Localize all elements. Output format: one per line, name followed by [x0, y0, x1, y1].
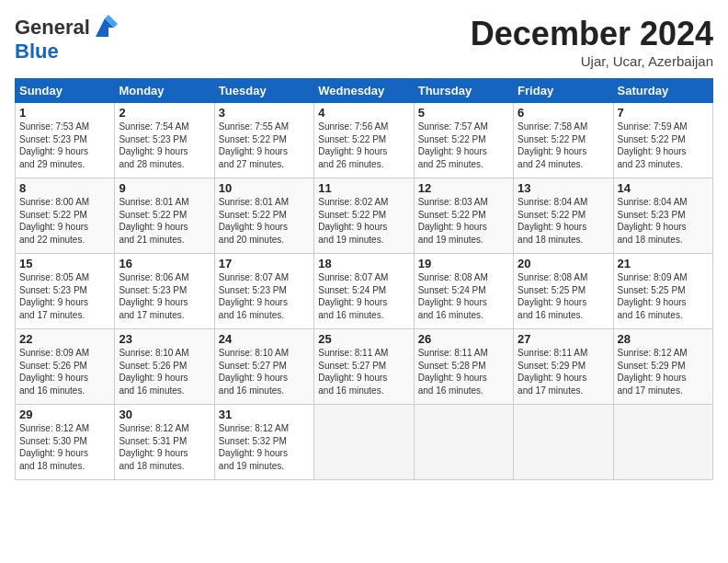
day-number: 27 — [518, 332, 609, 346]
calendar-cell: 29Sunrise: 8:12 AM Sunset: 5:30 PM Dayli… — [16, 405, 115, 480]
calendar-cell: 7Sunrise: 7:59 AM Sunset: 5:22 PM Daylig… — [613, 103, 712, 178]
day-info: Sunrise: 8:09 AM Sunset: 5:25 PM Dayligh… — [618, 271, 709, 321]
calendar-cell: 12Sunrise: 8:03 AM Sunset: 5:22 PM Dayli… — [414, 178, 513, 254]
calendar-cell: 11Sunrise: 8:02 AM Sunset: 5:22 PM Dayli… — [314, 178, 414, 254]
day-number: 22 — [19, 332, 110, 346]
logo-text-blue: Blue — [15, 40, 59, 63]
calendar-week-row: 1Sunrise: 7:53 AM Sunset: 5:23 PM Daylig… — [16, 103, 713, 178]
calendar-cell: 19Sunrise: 8:08 AM Sunset: 5:24 PM Dayli… — [414, 254, 513, 329]
calendar-cell: 4Sunrise: 7:56 AM Sunset: 5:22 PM Daylig… — [314, 103, 414, 178]
calendar-table: Sunday Monday Tuesday Wednesday Thursday… — [15, 78, 713, 480]
calendar-cell: 31Sunrise: 8:12 AM Sunset: 5:32 PM Dayli… — [214, 405, 313, 480]
calendar-cell: 24Sunrise: 8:10 AM Sunset: 5:27 PM Dayli… — [214, 329, 313, 405]
calendar-cell — [613, 405, 712, 480]
day-info: Sunrise: 7:59 AM Sunset: 5:22 PM Dayligh… — [618, 121, 709, 170]
day-number: 23 — [119, 332, 210, 346]
day-info: Sunrise: 8:04 AM Sunset: 5:22 PM Dayligh… — [518, 196, 609, 246]
calendar-cell: 25Sunrise: 8:11 AM Sunset: 5:27 PM Dayli… — [314, 329, 414, 405]
title-block: December 2024 Ujar, Ucar, Azerbaijan — [471, 15, 713, 69]
day-info: Sunrise: 8:02 AM Sunset: 5:22 PM Dayligh… — [318, 196, 409, 246]
page-container: General Blue December 2024 Ujar, Ucar, A… — [0, 0, 728, 488]
day-info: Sunrise: 8:11 AM Sunset: 5:28 PM Dayligh… — [418, 347, 509, 396]
day-number: 15 — [19, 257, 110, 270]
calendar-cell: 13Sunrise: 8:04 AM Sunset: 5:22 PM Dayli… — [514, 178, 613, 254]
location: Ujar, Ucar, Azerbaijan — [471, 53, 713, 69]
day-number: 24 — [219, 332, 310, 346]
day-number: 31 — [219, 408, 310, 421]
page-header: General Blue December 2024 Ujar, Ucar, A… — [15, 15, 713, 69]
day-info: Sunrise: 8:11 AM Sunset: 5:29 PM Dayligh… — [518, 347, 609, 396]
calendar-cell: 1Sunrise: 7:53 AM Sunset: 5:23 PM Daylig… — [16, 103, 115, 178]
day-number: 18 — [318, 257, 409, 270]
day-info: Sunrise: 7:53 AM Sunset: 5:23 PM Dayligh… — [19, 121, 110, 170]
day-info: Sunrise: 8:12 AM Sunset: 5:29 PM Dayligh… — [618, 347, 709, 396]
calendar-cell: 27Sunrise: 8:11 AM Sunset: 5:29 PM Dayli… — [514, 329, 613, 405]
day-number: 1 — [19, 106, 110, 120]
day-number: 29 — [19, 408, 110, 421]
day-number: 25 — [318, 332, 409, 346]
header-sunday: Sunday — [16, 79, 115, 103]
calendar-cell: 20Sunrise: 8:08 AM Sunset: 5:25 PM Dayli… — [514, 254, 613, 329]
calendar-cell: 17Sunrise: 8:07 AM Sunset: 5:23 PM Dayli… — [214, 254, 313, 329]
calendar-cell — [314, 405, 414, 480]
day-number: 19 — [418, 257, 509, 270]
calendar-cell: 26Sunrise: 8:11 AM Sunset: 5:28 PM Dayli… — [414, 329, 513, 405]
day-info: Sunrise: 8:12 AM Sunset: 5:30 PM Dayligh… — [19, 422, 110, 472]
day-number: 8 — [19, 181, 110, 195]
logo-text-general: General — [15, 17, 90, 39]
header-friday: Friday — [514, 79, 613, 103]
day-info: Sunrise: 8:04 AM Sunset: 5:23 PM Dayligh… — [618, 196, 709, 246]
day-number: 14 — [618, 181, 709, 195]
day-info: Sunrise: 8:08 AM Sunset: 5:25 PM Dayligh… — [518, 271, 609, 321]
weekday-header-row: Sunday Monday Tuesday Wednesday Thursday… — [16, 79, 713, 103]
day-info: Sunrise: 8:11 AM Sunset: 5:27 PM Dayligh… — [318, 347, 409, 396]
calendar-week-row: 8Sunrise: 8:00 AM Sunset: 5:22 PM Daylig… — [16, 178, 713, 254]
day-info: Sunrise: 7:56 AM Sunset: 5:22 PM Dayligh… — [318, 121, 409, 170]
logo-icon — [92, 15, 118, 40]
calendar-cell: 3Sunrise: 7:55 AM Sunset: 5:22 PM Daylig… — [214, 103, 313, 178]
day-number: 7 — [618, 106, 709, 120]
calendar-cell: 21Sunrise: 8:09 AM Sunset: 5:25 PM Dayli… — [613, 254, 712, 329]
month-title: December 2024 — [471, 15, 713, 53]
day-info: Sunrise: 7:58 AM Sunset: 5:22 PM Dayligh… — [518, 121, 609, 170]
logo: General Blue — [15, 15, 118, 63]
day-info: Sunrise: 8:05 AM Sunset: 5:23 PM Dayligh… — [19, 271, 110, 321]
day-info: Sunrise: 8:12 AM Sunset: 5:32 PM Dayligh… — [219, 422, 310, 472]
day-number: 5 — [418, 106, 509, 120]
calendar-cell: 14Sunrise: 8:04 AM Sunset: 5:23 PM Dayli… — [613, 178, 712, 254]
day-number: 21 — [618, 257, 709, 270]
day-number: 2 — [119, 106, 210, 120]
day-number: 6 — [518, 106, 609, 120]
calendar-cell: 28Sunrise: 8:12 AM Sunset: 5:29 PM Dayli… — [613, 329, 712, 405]
day-number: 16 — [119, 257, 210, 270]
day-info: Sunrise: 8:07 AM Sunset: 5:23 PM Dayligh… — [219, 271, 310, 321]
calendar-cell — [514, 405, 613, 480]
header-tuesday: Tuesday — [214, 79, 313, 103]
day-info: Sunrise: 7:54 AM Sunset: 5:23 PM Dayligh… — [119, 121, 210, 170]
calendar-cell: 5Sunrise: 7:57 AM Sunset: 5:22 PM Daylig… — [414, 103, 513, 178]
day-number: 9 — [119, 181, 210, 195]
calendar-cell — [414, 405, 513, 480]
calendar-cell: 16Sunrise: 8:06 AM Sunset: 5:23 PM Dayli… — [115, 254, 214, 329]
header-monday: Monday — [115, 79, 214, 103]
day-info: Sunrise: 7:57 AM Sunset: 5:22 PM Dayligh… — [418, 121, 509, 170]
day-info: Sunrise: 8:10 AM Sunset: 5:26 PM Dayligh… — [119, 347, 210, 396]
calendar-cell: 23Sunrise: 8:10 AM Sunset: 5:26 PM Dayli… — [115, 329, 214, 405]
calendar-cell: 18Sunrise: 8:07 AM Sunset: 5:24 PM Dayli… — [314, 254, 414, 329]
day-info: Sunrise: 8:01 AM Sunset: 5:22 PM Dayligh… — [219, 196, 310, 246]
day-number: 11 — [318, 181, 409, 195]
header-wednesday: Wednesday — [314, 79, 414, 103]
day-number: 4 — [318, 106, 409, 120]
calendar-cell: 8Sunrise: 8:00 AM Sunset: 5:22 PM Daylig… — [16, 178, 115, 254]
day-number: 13 — [518, 181, 609, 195]
day-info: Sunrise: 8:03 AM Sunset: 5:22 PM Dayligh… — [418, 196, 509, 246]
calendar-cell: 15Sunrise: 8:05 AM Sunset: 5:23 PM Dayli… — [16, 254, 115, 329]
calendar-cell: 22Sunrise: 8:09 AM Sunset: 5:26 PM Dayli… — [16, 329, 115, 405]
calendar-week-row: 22Sunrise: 8:09 AM Sunset: 5:26 PM Dayli… — [16, 329, 713, 405]
day-info: Sunrise: 8:09 AM Sunset: 5:26 PM Dayligh… — [19, 347, 110, 396]
calendar-week-row: 29Sunrise: 8:12 AM Sunset: 5:30 PM Dayli… — [16, 405, 713, 480]
day-number: 28 — [618, 332, 709, 346]
day-info: Sunrise: 8:10 AM Sunset: 5:27 PM Dayligh… — [219, 347, 310, 396]
day-info: Sunrise: 8:12 AM Sunset: 5:31 PM Dayligh… — [119, 422, 210, 472]
day-number: 3 — [219, 106, 310, 120]
